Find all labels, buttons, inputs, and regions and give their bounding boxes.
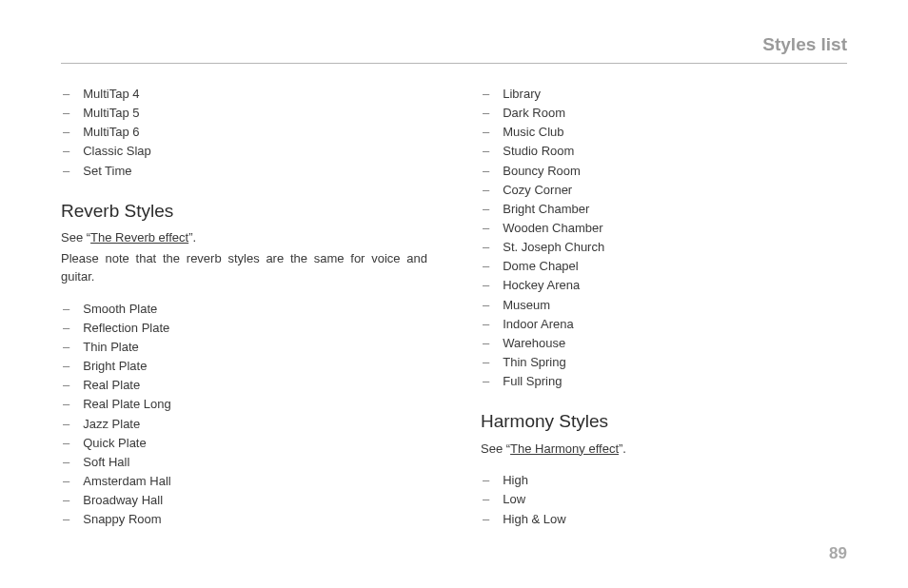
list-item-label: Thin Spring: [503, 353, 565, 372]
harmony-list: –High –Low –High & Low: [481, 471, 847, 528]
dash-icon: –: [63, 338, 69, 357]
harmony-see-line: See “The Harmony effect”.: [481, 440, 847, 459]
list-item: –Studio Room: [481, 142, 847, 161]
see-post: ”.: [619, 441, 626, 456]
list-item-label: Set Time: [83, 162, 131, 181]
dash-icon: –: [63, 510, 69, 529]
harmony-effect-link[interactable]: The Harmony effect: [510, 441, 619, 456]
list-item: –Amsterdam Hall: [61, 472, 427, 491]
list-item-label: MultiTap 4: [83, 85, 139, 104]
dash-icon: –: [63, 491, 69, 510]
dash-icon: –: [483, 334, 489, 353]
dash-icon: –: [63, 104, 69, 123]
list-item: –Wooden Chamber: [481, 219, 847, 238]
list-item-label: Library: [503, 85, 541, 104]
list-item-label: Classic Slap: [83, 142, 151, 161]
list-item: –Snappy Room: [61, 510, 427, 529]
see-pre: See “: [61, 230, 90, 245]
list-item-label: Reflection Plate: [83, 319, 169, 338]
dash-icon: –: [483, 353, 489, 372]
list-item: –Bouncy Room: [481, 162, 847, 181]
list-item: –Cozy Corner: [481, 181, 847, 200]
list-item: –Jazz Plate: [61, 415, 427, 434]
list-item-label: Studio Room: [503, 142, 574, 161]
list-item-label: Warehouse: [503, 334, 565, 353]
dash-icon: –: [63, 415, 69, 434]
list-item: –Thin Plate: [61, 338, 427, 357]
list-item: –Dark Room: [481, 104, 847, 123]
dash-icon: –: [63, 376, 69, 395]
dash-icon: –: [483, 238, 489, 257]
list-item-label: Broadway Hall: [83, 491, 163, 510]
dash-icon: –: [63, 123, 69, 142]
reverb-list-cont: –Library –Dark Room –Music Club –Studio …: [481, 85, 847, 391]
list-item-label: Real Plate Long: [83, 395, 171, 414]
list-item: –Museum: [481, 296, 847, 315]
dash-icon: –: [63, 357, 69, 376]
dash-icon: –: [483, 219, 489, 238]
list-item-label: Jazz Plate: [83, 415, 140, 434]
list-item-label: St. Joseph Church: [503, 238, 604, 257]
list-item: –Set Time: [61, 162, 427, 181]
dash-icon: –: [63, 85, 69, 104]
dash-icon: –: [63, 395, 69, 414]
list-item: –High & Low: [481, 510, 847, 529]
list-item-label: Amsterdam Hall: [83, 472, 170, 491]
list-item: –MultiTap 5: [61, 104, 427, 123]
reverb-list: –Smooth Plate –Reflection Plate –Thin Pl…: [61, 300, 427, 530]
dash-icon: –: [483, 123, 489, 142]
list-item-label: MultiTap 5: [83, 104, 139, 123]
dash-icon: –: [483, 104, 489, 123]
list-item: –Thin Spring: [481, 353, 847, 372]
dash-icon: –: [483, 200, 489, 219]
list-item: –MultiTap 6: [61, 123, 427, 142]
content-columns: –MultiTap 4 –MultiTap 5 –MultiTap 6 –Cla…: [61, 85, 847, 529]
list-item: –Classic Slap: [61, 142, 427, 161]
list-item-label: Smooth Plate: [83, 300, 157, 319]
list-item: –Soft Hall: [61, 453, 427, 472]
list-item-label: Wooden Chamber: [503, 219, 602, 238]
list-item-label: Bouncy Room: [503, 162, 581, 181]
dash-icon: –: [483, 315, 489, 334]
list-item: –High: [481, 471, 847, 490]
list-item-label: Dark Room: [503, 104, 565, 123]
list-item: –MultiTap 4: [61, 85, 427, 104]
dash-icon: –: [63, 434, 69, 453]
see-pre: See “: [481, 441, 510, 456]
harmony-heading: Harmony Styles: [481, 408, 847, 436]
list-item-label: Real Plate: [83, 376, 140, 395]
reverb-heading: Reverb Styles: [61, 198, 427, 225]
dash-icon: –: [63, 472, 69, 491]
dash-icon: –: [63, 142, 69, 161]
reverb-see-line: See “The Reverb effect”.: [61, 228, 427, 247]
dash-icon: –: [63, 453, 69, 472]
dash-icon: –: [63, 300, 69, 319]
list-item: –Music Club: [481, 123, 847, 142]
list-item-label: Bright Chamber: [503, 200, 589, 219]
list-item-label: Thin Plate: [83, 338, 139, 357]
list-item: –Indoor Arena: [481, 315, 847, 334]
list-item: –Library: [481, 85, 847, 104]
dash-icon: –: [483, 276, 489, 295]
dash-icon: –: [483, 181, 489, 200]
list-item-label: Quick Plate: [83, 434, 146, 453]
list-item: –Hockey Arena: [481, 276, 847, 295]
list-item-label: Indoor Arena: [503, 315, 573, 334]
list-item: –Low: [481, 490, 847, 509]
list-item-label: Bright Plate: [83, 357, 147, 376]
list-item: –St. Joseph Church: [481, 238, 847, 257]
dash-icon: –: [63, 162, 69, 181]
list-item: –Warehouse: [481, 334, 847, 353]
dash-icon: –: [483, 257, 489, 276]
list-item: –Smooth Plate: [61, 300, 427, 319]
dash-icon: –: [483, 85, 489, 104]
dash-icon: –: [483, 162, 489, 181]
reverb-effect-link[interactable]: The Reverb effect: [90, 230, 188, 245]
list-item-label: Hockey Arena: [503, 276, 580, 295]
list-item-label: Museum: [503, 296, 550, 315]
list-item: –Reflection Plate: [61, 319, 427, 338]
left-column: –MultiTap 4 –MultiTap 5 –MultiTap 6 –Cla…: [61, 85, 427, 529]
list-item-label: Cozy Corner: [503, 181, 572, 200]
header-rule: [61, 63, 847, 64]
list-item: –Full Spring: [481, 372, 847, 391]
